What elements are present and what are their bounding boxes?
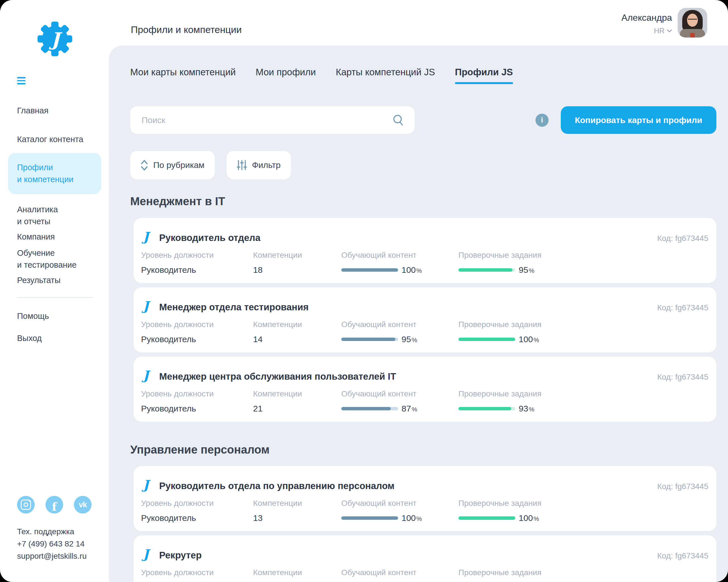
tasks-progress: 100% [459, 512, 708, 524]
content-progress: 95% [341, 334, 459, 345]
column-label: Уровень должности [141, 499, 253, 508]
social-links: f vk [17, 496, 92, 514]
level-value: Руководитель [141, 334, 253, 345]
sidebar-item-learning[interactable]: Обучение и тестирование [0, 247, 109, 271]
filter-icon [237, 160, 247, 170]
column-label: Проверочные задания [459, 251, 708, 260]
support-title: Тех. поддержка [17, 526, 87, 537]
level-value: Руководитель [141, 403, 253, 414]
search-box [130, 106, 415, 134]
tab-my-competency-maps[interactable]: Мои карты компетенций [130, 67, 236, 82]
sidebar-item-profiles[interactable]: Профили и компетенции [8, 153, 101, 194]
column-label: Компетенции [253, 499, 341, 508]
sort-icon [140, 159, 148, 172]
profile-title: Руководитель отдела по управлению персон… [159, 480, 394, 491]
profile-card[interactable]: J Менеджер отдела тестирования Код: fg67… [134, 287, 716, 352]
profile-j-icon: J [143, 548, 149, 560]
column-label: Проверочные задания [459, 499, 708, 508]
tab-my-profiles[interactable]: Мои профили [256, 67, 316, 82]
page-title: Профили и компетенции [131, 24, 242, 35]
sort-by-rubrics-button[interactable]: По рубрикам [130, 151, 215, 179]
content-progress: 87% [341, 403, 459, 414]
column-label: Компетенции [253, 320, 341, 329]
section-title-management-it: Менеджмент в IT [130, 195, 716, 208]
info-icon[interactable]: i [536, 114, 549, 127]
avatar[interactable] [678, 8, 707, 37]
profile-code: Код: fg673445 [657, 482, 708, 491]
column-label: Обучающий контент [341, 320, 459, 329]
sidebar-item-analytics[interactable]: Аналитика и отчеты [0, 203, 109, 227]
column-label: Компетенции [253, 568, 341, 577]
jetskills-logo-icon[interactable]: J [37, 21, 73, 57]
profile-code: Код: fg673445 [657, 372, 708, 382]
main-panel: Мои карты компетенций Мои профили Карты … [109, 46, 728, 582]
vk-icon[interactable]: vk [74, 496, 92, 514]
support-email: support@jetskills.ru [17, 550, 87, 562]
column-label: Обучающий контент [341, 389, 459, 398]
column-label: Обучающий контент [341, 568, 459, 577]
profile-card[interactable]: J Руководитель отдела по управлению перс… [134, 466, 716, 531]
competencies-value: 18 [253, 264, 341, 276]
column-label: Проверочные задания [459, 320, 708, 329]
profile-j-icon: J [143, 300, 149, 312]
tasks-progress: 100% [459, 334, 708, 345]
filters: По рубрикам Фильтр [130, 151, 716, 179]
profile-card[interactable]: J Рекрутер Код: fg673445 Уровень должнос… [134, 535, 716, 582]
profile-title: Менеджер отдела тестирования [159, 302, 309, 313]
column-label: Обучающий контент [341, 251, 459, 260]
competencies-value: 13 [253, 512, 341, 524]
profile-title: Менеджер центра обслуживания пользовател… [159, 371, 396, 382]
column-label: Уровень должности [141, 320, 253, 329]
toolbar: i Копировать карты и профили [130, 106, 716, 134]
competencies-value: 14 [253, 334, 341, 345]
tasks-progress: 93% [459, 403, 708, 414]
search-input[interactable] [130, 106, 415, 134]
user-name: Александра [621, 12, 672, 23]
support-phone: +7 (499) 643 82 14 [17, 538, 87, 550]
profile-code: Код: fg673445 [657, 234, 708, 243]
profile-title: Рекрутер [159, 550, 202, 561]
sidebar: J Главная Каталог контента Профили и ком… [0, 0, 109, 582]
tab-competency-maps-js[interactable]: Карты компетенций JS [336, 67, 435, 82]
profile-card[interactable]: J Менеджер центра обслуживания пользоват… [134, 357, 716, 422]
column-label: Уровень должности [141, 251, 253, 260]
profile-j-icon: J [143, 230, 149, 243]
profile-code: Код: fg673445 [657, 303, 708, 312]
facebook-icon[interactable]: f [46, 496, 63, 514]
sidebar-item-company[interactable]: Компания [0, 231, 109, 243]
column-label: Проверочные задания [459, 389, 708, 398]
level-value: Руководитель [141, 264, 253, 276]
column-label: Проверочные задания [459, 568, 708, 577]
column-label: Обучающий контент [341, 499, 459, 508]
level-value: Руководитель [141, 512, 253, 524]
filter-button[interactable]: Фильтр [227, 151, 291, 179]
column-label: Уровень должности [141, 389, 253, 398]
sidebar-divider [17, 297, 93, 298]
sidebar-item-results[interactable]: Результаты [0, 274, 109, 286]
section-title-hr-management: Управление персоналом [130, 443, 716, 456]
column-label: Компетенции [253, 389, 341, 398]
chevron-down-icon [667, 29, 672, 32]
instagram-icon[interactable] [17, 496, 35, 514]
profile-j-icon: J [143, 369, 149, 382]
tab-profiles-js[interactable]: Профили JS [455, 67, 513, 82]
column-label: Уровень должности [141, 568, 253, 577]
profile-j-icon: J [143, 478, 149, 491]
copy-maps-profiles-button[interactable]: Копировать карты и профили [561, 106, 716, 134]
user-role-dropdown[interactable]: HR [621, 26, 672, 35]
sidebar-item-help[interactable]: Помощь [0, 310, 109, 322]
sidebar-item-home[interactable]: Главная [0, 105, 109, 116]
sidebar-item-catalog[interactable]: Каталог контента [0, 133, 109, 145]
profile-title: Руководитель отдела [159, 232, 260, 243]
tasks-progress: 95% [459, 264, 708, 276]
content-progress: 100% [341, 264, 459, 276]
app-window: J Главная Каталог контента Профили и ком… [0, 0, 728, 582]
content-progress: 100% [341, 512, 459, 524]
sidebar-item-logout[interactable]: Выход [0, 332, 109, 344]
tabs: Мои карты компетенций Мои профили Карты … [130, 67, 716, 82]
menu-hamburger-icon[interactable] [17, 77, 26, 86]
column-label: Компетенции [253, 251, 341, 260]
competencies-value: 21 [253, 403, 341, 414]
search-icon[interactable] [392, 114, 405, 127]
profile-card[interactable]: J Руководитель отдела Код: fg673445 Уров… [134, 218, 716, 283]
